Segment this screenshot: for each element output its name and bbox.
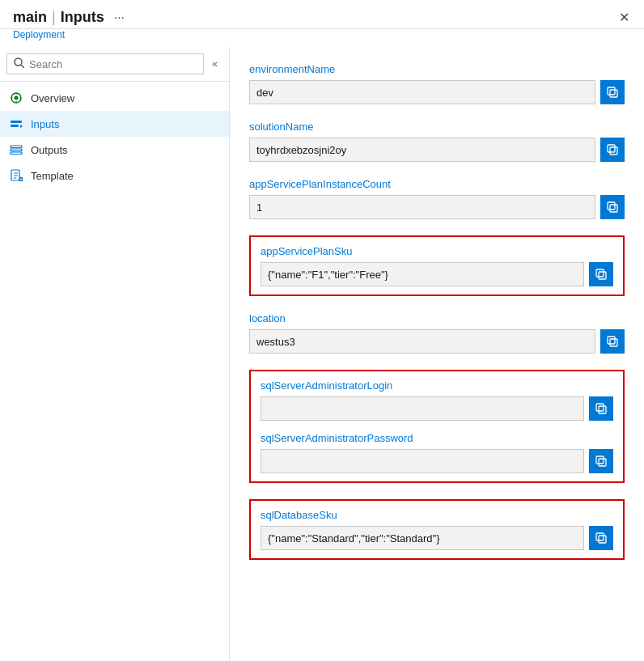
svg-rect-30	[608, 337, 615, 344]
page-title-main: main	[13, 9, 47, 26]
title-separator: |	[52, 9, 56, 26]
sidebar-item-label-outputs: Outputs	[31, 144, 68, 156]
field-row-location	[249, 329, 625, 354]
field-row-appServicePlanSku	[261, 262, 613, 286]
field-input-appServicePlanSku[interactable]	[261, 262, 584, 286]
svg-rect-22	[608, 87, 615, 95]
field-input-sqlServerAdministratorLogin[interactable]	[261, 396, 584, 421]
breadcrumb[interactable]: Deployment	[0, 29, 644, 47]
sidebar-item-label-overview: Overview	[31, 92, 74, 104]
field-row-environmentName	[249, 80, 625, 104]
sidebar-item-template[interactable]: Template	[0, 163, 229, 189]
svg-rect-9	[11, 125, 19, 127]
svg-rect-24	[608, 145, 615, 152]
svg-line-1	[21, 65, 24, 68]
svg-rect-32	[596, 404, 604, 411]
field-label-location: location	[249, 312, 625, 324]
field-label-sqlServerAdministratorLogin: sqlServerAdministratorLogin	[261, 379, 613, 392]
field-label-sqlServerAdministratorPassword: sqlServerAdministratorPassword	[261, 432, 613, 444]
more-options-button[interactable]: ···	[109, 9, 129, 27]
field-group-sqlServerAdministratorLogin: sqlServerAdministratorLogin	[261, 379, 613, 421]
field-row-sqlServerAdministratorLogin	[261, 396, 613, 421]
field-group-sql-admin: sqlServerAdministratorLogin sqlServerAdm…	[249, 370, 625, 483]
field-input-sqlServerAdministratorPassword[interactable]	[261, 449, 584, 473]
svg-rect-35	[599, 536, 606, 543]
page-title-sub: Inputs	[61, 9, 104, 26]
svg-rect-23	[610, 147, 617, 155]
template-icon	[10, 169, 23, 182]
field-group-location: location	[249, 312, 625, 354]
field-group-appServicePlanInstanceCount: appServicePlanInstanceCount	[249, 178, 625, 219]
svg-point-0	[15, 58, 22, 66]
field-input-sqlDatabaseSku[interactable]	[261, 526, 584, 550]
field-label-appServicePlanInstanceCount: appServicePlanInstanceCount	[249, 178, 625, 190]
field-group-sqlDatabaseSku: sqlDatabaseSku	[261, 509, 613, 550]
copy-button-appServicePlanInstanceCount[interactable]	[600, 195, 625, 219]
copy-button-sqlDatabaseSku[interactable]	[589, 526, 613, 550]
search-input[interactable]	[29, 58, 197, 70]
copy-button-solutionName[interactable]	[600, 138, 625, 162]
search-box	[6, 53, 204, 74]
title-area: main | Inputs ···	[13, 9, 129, 27]
copy-button-location[interactable]	[600, 329, 625, 354]
search-icon	[14, 57, 24, 70]
main-layout: « Overview	[0, 47, 644, 661]
field-label-solutionName: solutionName	[249, 121, 625, 133]
field-input-environmentName[interactable]	[249, 80, 595, 104]
close-button[interactable]: ✕	[614, 8, 634, 27]
top-bar: main | Inputs ··· ✕	[0, 0, 644, 29]
sidebar-item-label-inputs: Inputs	[31, 118, 59, 130]
svg-rect-12	[11, 149, 22, 151]
sidebar-nav: Overview Inputs	[0, 82, 229, 661]
copy-button-appServicePlanSku[interactable]	[589, 262, 613, 286]
svg-rect-13	[11, 152, 22, 155]
field-group-sqlDatabaseSku-outer: sqlDatabaseSku	[249, 499, 625, 560]
copy-button-sqlServerAdministratorLogin[interactable]	[589, 396, 613, 421]
content-area: environmentName solutionName	[230, 47, 644, 661]
field-group-environmentName: environmentName	[249, 63, 625, 104]
field-group-appServicePlanSku: appServicePlanSku	[249, 235, 625, 296]
sidebar-item-label-template: Template	[31, 170, 74, 182]
field-group-sqlServerAdministratorPassword: sqlServerAdministratorPassword	[261, 432, 613, 473]
svg-rect-28	[596, 269, 604, 277]
sidebar-item-outputs[interactable]: Outputs	[0, 137, 229, 163]
inputs-icon	[10, 117, 23, 130]
svg-rect-11	[11, 146, 22, 148]
sidebar-search-row: «	[0, 47, 229, 82]
field-row-appServicePlanInstanceCount	[249, 195, 625, 219]
svg-rect-8	[11, 121, 22, 123]
copy-button-environmentName[interactable]	[600, 80, 625, 104]
svg-rect-33	[599, 459, 606, 466]
svg-point-3	[15, 96, 19, 100]
field-label-sqlDatabaseSku: sqlDatabaseSku	[261, 509, 613, 521]
field-input-solutionName[interactable]	[249, 138, 595, 162]
field-row-sqlServerAdministratorPassword	[261, 449, 613, 473]
collapse-button[interactable]: «	[207, 55, 222, 73]
svg-rect-26	[608, 202, 615, 210]
field-group-solutionName: solutionName	[249, 121, 625, 162]
overview-icon	[10, 91, 23, 104]
field-row-sqlDatabaseSku	[261, 526, 613, 550]
field-input-location[interactable]	[249, 329, 595, 354]
field-row-solutionName	[249, 138, 625, 162]
svg-rect-34	[596, 456, 604, 464]
sidebar-item-inputs[interactable]: Inputs	[0, 111, 229, 137]
copy-button-sqlServerAdministratorPassword[interactable]	[589, 449, 613, 473]
sidebar-item-overview[interactable]: Overview	[0, 85, 229, 111]
sidebar: « Overview	[0, 47, 230, 661]
top-bar-right: ✕	[614, 8, 634, 27]
svg-rect-25	[610, 205, 617, 212]
outputs-icon	[10, 143, 23, 156]
svg-rect-36	[596, 533, 604, 540]
svg-rect-29	[610, 339, 617, 346]
field-input-appServicePlanInstanceCount[interactable]	[249, 195, 595, 219]
svg-rect-21	[610, 90, 617, 97]
field-label-appServicePlanSku: appServicePlanSku	[261, 245, 613, 257]
field-label-environmentName: environmentName	[249, 63, 625, 75]
svg-rect-27	[599, 272, 606, 279]
svg-marker-10	[20, 125, 23, 128]
svg-rect-31	[599, 406, 606, 413]
